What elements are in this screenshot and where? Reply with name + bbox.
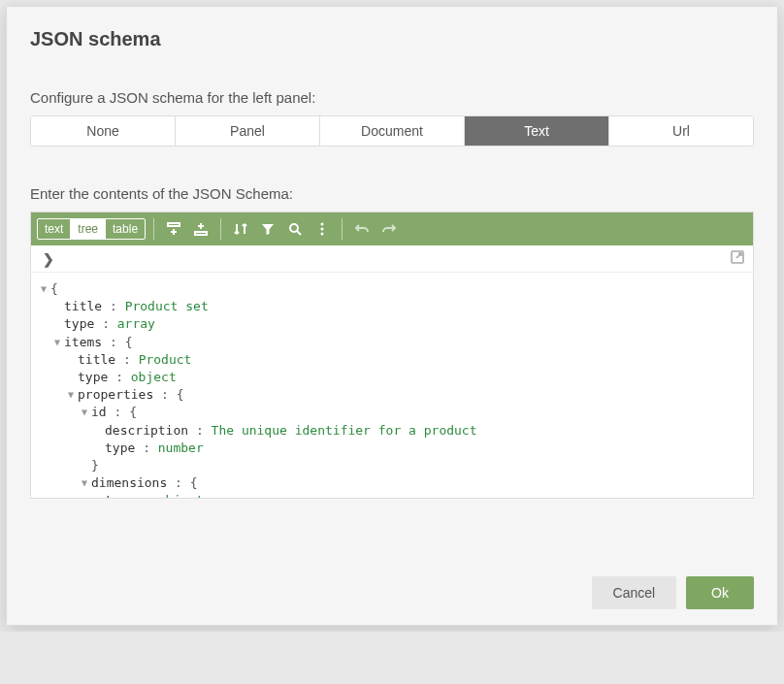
- expand-caret-icon[interactable]: [64, 388, 78, 402]
- seg-url[interactable]: Url: [609, 116, 753, 146]
- json-tree-view[interactable]: { title : Product set type : array items…: [31, 273, 753, 498]
- svg-rect-3: [195, 232, 207, 235]
- tree-row[interactable]: title : Product: [37, 351, 745, 369]
- contents-label: Enter the contents of the JSON Schema:: [30, 185, 754, 202]
- svg-point-6: [290, 224, 298, 232]
- tree-row[interactable]: {: [37, 280, 745, 298]
- view-tab-table[interactable]: table: [106, 219, 145, 239]
- svg-point-10: [321, 233, 324, 236]
- tree-row[interactable]: type : array: [37, 315, 745, 333]
- seg-panel[interactable]: Panel: [176, 116, 320, 146]
- view-tab-tree[interactable]: tree: [71, 219, 106, 239]
- seg-text[interactable]: Text: [465, 116, 609, 146]
- search-icon[interactable]: [283, 217, 307, 241]
- more-icon[interactable]: [310, 217, 334, 241]
- redo-icon[interactable]: [377, 217, 401, 241]
- editor-breadcrumb: ❯: [31, 245, 753, 273]
- toolbar-separator: [220, 218, 221, 240]
- expand-caret-icon[interactable]: [37, 282, 50, 296]
- tree-row[interactable]: dimensions : {: [37, 474, 745, 492]
- schema-source-segmented: None Panel Document Text Url: [30, 115, 754, 147]
- json-schema-dialog: JSON schema Configure a JSON schema for …: [6, 6, 778, 626]
- view-tab-text[interactable]: text: [38, 219, 71, 239]
- json-editor: text tree table: [30, 212, 754, 499]
- tree-row[interactable]: properties : {: [37, 386, 745, 404]
- dialog-footer: Cancel Ok: [30, 576, 754, 609]
- expand-caret-icon[interactable]: [78, 406, 91, 419]
- configure-label: Configure a JSON schema for the left pan…: [30, 89, 754, 106]
- seg-none[interactable]: None: [31, 116, 176, 146]
- undo-icon[interactable]: [350, 217, 374, 241]
- sort-icon[interactable]: [229, 217, 252, 241]
- tree-row[interactable]: type : object: [37, 369, 745, 386]
- svg-line-7: [297, 231, 301, 235]
- filter-icon[interactable]: [256, 217, 279, 241]
- svg-point-9: [321, 228, 324, 231]
- tree-row[interactable]: title : Product set: [37, 298, 745, 315]
- chevron-right-icon[interactable]: ❯: [39, 251, 58, 267]
- ok-button[interactable]: Ok: [686, 576, 754, 609]
- external-edit-icon[interactable]: [730, 249, 745, 268]
- expand-caret-icon[interactable]: [78, 476, 91, 490]
- tree-row[interactable]: description : The unique identifier for …: [37, 422, 745, 440]
- view-mode-tabs: text tree table: [37, 218, 146, 240]
- collapse-all-icon[interactable]: [189, 217, 212, 241]
- tree-row[interactable]: items : {: [37, 334, 745, 351]
- seg-document[interactable]: Document: [320, 116, 465, 146]
- svg-point-8: [321, 223, 324, 226]
- tree-row[interactable]: }: [37, 457, 745, 474]
- toolbar-separator: [342, 218, 343, 240]
- dialog-title: JSON schema: [30, 28, 754, 50]
- tree-row[interactable]: id : {: [37, 404, 745, 421]
- toolbar-separator: [153, 218, 154, 240]
- svg-rect-0: [168, 223, 180, 226]
- cancel-button[interactable]: Cancel: [592, 576, 677, 609]
- tree-row[interactable]: type : number: [37, 440, 745, 457]
- expand-all-icon[interactable]: [162, 217, 185, 241]
- expand-caret-icon[interactable]: [50, 336, 64, 349]
- editor-toolbar: text tree table: [31, 212, 753, 245]
- tree-row[interactable]: type : object: [37, 492, 745, 498]
